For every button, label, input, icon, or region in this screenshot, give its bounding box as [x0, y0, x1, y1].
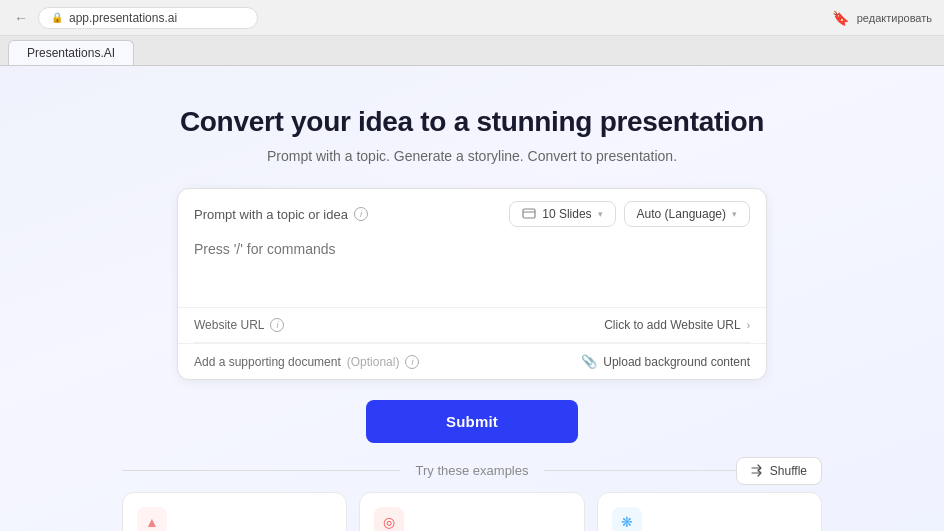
- bookmark-icon[interactable]: 🔖: [832, 10, 849, 26]
- slides-chevron: ▾: [598, 209, 603, 219]
- submit-button[interactable]: Submit: [366, 400, 578, 443]
- active-tab[interactable]: Presentations.AI: [8, 40, 134, 65]
- svg-rect-0: [523, 209, 535, 218]
- website-url-label: Website URL i: [194, 318, 284, 332]
- edit-button[interactable]: редактировать: [857, 12, 932, 24]
- shuffle-icon: [751, 464, 764, 477]
- example-card-1[interactable]: ◎ Effective Study Techniques for Academi…: [359, 492, 584, 531]
- examples-header: Try these examples Shuffle: [122, 463, 822, 478]
- slides-button[interactable]: 10 Slides ▾: [509, 201, 615, 227]
- shuffle-button[interactable]: Shuffle: [736, 457, 822, 485]
- language-button[interactable]: Auto (Language) ▾: [624, 201, 750, 227]
- lock-icon: 🔒: [51, 12, 63, 23]
- slides-icon: [522, 207, 536, 221]
- prompt-header: Prompt with a topic or idea i 10 Slides …: [178, 189, 766, 233]
- browser-chrome: ← 🔒 app.presentations.ai 🔖 редактировать: [0, 0, 944, 36]
- add-website-url-button[interactable]: Click to add Website URL ›: [604, 318, 750, 332]
- examples-line-left: [122, 470, 400, 471]
- hero-subtitle: Prompt with a topic. Generate a storylin…: [267, 148, 677, 164]
- url-text: app.presentations.ai: [69, 11, 177, 25]
- hero-title: Convert your idea to a stunning presenta…: [180, 106, 764, 138]
- tab-title: Presentations.AI: [27, 46, 115, 60]
- language-chevron: ▾: [732, 209, 737, 219]
- url-chevron-icon: ›: [747, 320, 750, 331]
- website-info-icon[interactable]: i: [270, 318, 284, 332]
- main-content: Convert your idea to a stunning presenta…: [0, 66, 944, 531]
- examples-label: Try these examples: [416, 463, 529, 478]
- info-icon[interactable]: i: [354, 207, 368, 221]
- tab-bar: Presentations.AI: [0, 36, 944, 66]
- browser-actions: 🔖 редактировать: [832, 10, 932, 26]
- clip-icon: 📎: [581, 354, 597, 369]
- upload-button[interactable]: 📎 Upload background content: [581, 354, 750, 369]
- supporting-doc-row: Add a supporting document (Optional) i 📎…: [178, 343, 766, 379]
- study-icon: ◎: [374, 507, 404, 531]
- prompt-controls: 10 Slides ▾ Auto (Language) ▾: [509, 201, 750, 227]
- tech-icon: ❋: [612, 507, 642, 531]
- address-bar[interactable]: 🔒 app.presentations.ai: [38, 7, 258, 29]
- prompt-area: Prompt with a topic or idea i 10 Slides …: [177, 188, 767, 380]
- doc-info-icon[interactable]: i: [405, 355, 419, 369]
- back-button[interactable]: ←: [12, 9, 30, 27]
- examples-section: Try these examples Shuffle ▲ Understandi…: [122, 463, 822, 531]
- example-cards: ▲ Understanding Climate Change and its I…: [122, 492, 822, 531]
- supporting-doc-label: Add a supporting document (Optional) i: [194, 355, 419, 369]
- optional-label: (Optional): [347, 355, 400, 369]
- website-url-row: Website URL i Click to add Website URL ›: [178, 307, 766, 342]
- prompt-input[interactable]: [178, 233, 766, 303]
- prompt-label: Prompt with a topic or idea i: [194, 207, 368, 222]
- example-card-2[interactable]: ❋ The Role of Technology in Modern Educa…: [597, 492, 822, 531]
- climate-icon: ▲: [137, 507, 167, 531]
- example-card-0[interactable]: ▲ Understanding Climate Change and its I…: [122, 492, 347, 531]
